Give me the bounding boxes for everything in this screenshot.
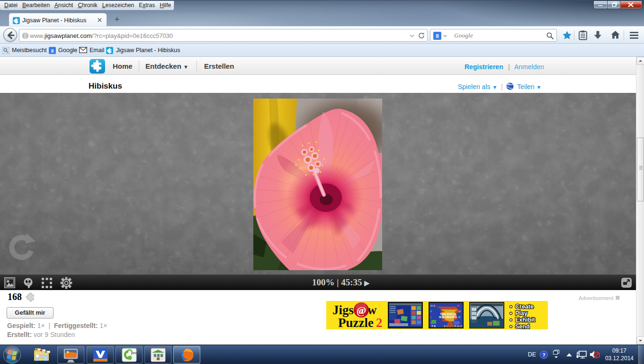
svg-text:W S CREATED: W S CREATED <box>439 316 457 318</box>
svg-text:8: 8 <box>436 33 439 39</box>
svg-text:L: L <box>430 316 432 318</box>
svg-text:?: ? <box>542 352 546 358</box>
svg-text:Create: Create <box>515 303 534 310</box>
svg-text:pro: pro <box>131 351 137 355</box>
svg-text:Jigs: Jigs <box>332 303 354 317</box>
svg-text:Exhibit: Exhibit <box>515 317 536 323</box>
svg-text:Play: Play <box>515 310 528 317</box>
svg-text:8: 8 <box>51 48 54 54</box>
svg-text:@: @ <box>357 304 366 316</box>
svg-text:D: D <box>458 316 461 318</box>
svg-text:F: F <box>430 310 432 313</box>
svg-text:2: 2 <box>376 316 383 329</box>
svg-text:T E: T E <box>431 325 436 328</box>
svg-text:H A: H A <box>430 304 436 307</box>
svg-text:Puzzle: Puzzle <box>338 316 374 329</box>
svg-text:Send: Send <box>515 323 530 329</box>
svg-text:M: M <box>457 304 459 307</box>
